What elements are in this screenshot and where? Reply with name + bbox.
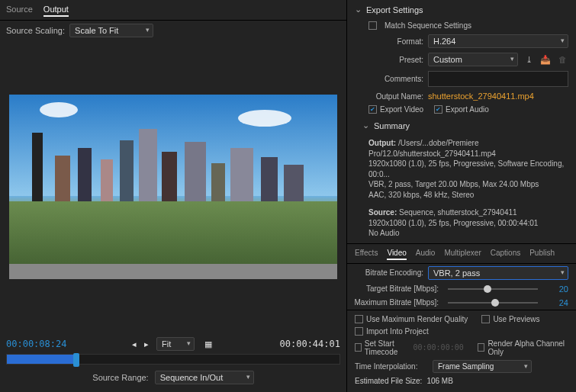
comments-label: Comments:	[347, 75, 423, 83]
bitrate-encoding-label: Bitrate Encoding:	[347, 268, 423, 277]
subtab-publish[interactable]: Publish	[529, 247, 555, 260]
start-timecode-value: 00:00:00:00	[413, 343, 463, 352]
source-range-label: Source Range:	[92, 373, 148, 382]
render-alpha-label: Render Alpha Channel Only	[488, 339, 568, 356]
time-interpolation-label: Time Interpolation:	[355, 362, 428, 371]
subtab-audio[interactable]: Audio	[416, 247, 436, 260]
preview-panel: Source Output Source Scaling: Scale To F…	[0, 0, 347, 392]
render-alpha-checkbox[interactable]	[478, 343, 485, 352]
import-into-project-label: Import Into Project	[366, 327, 429, 336]
format-dropdown[interactable]: H.264	[428, 34, 568, 48]
use-previews-label: Use Previews	[493, 315, 539, 323]
tab-source[interactable]: Source	[6, 3, 33, 17]
summary-source-block: Source: Sequence, shutterstock_27940411 …	[368, 207, 568, 239]
export-audio-checkbox[interactable]	[434, 105, 442, 114]
max-render-quality-checkbox[interactable]	[355, 315, 363, 323]
estimated-size-value: 106 MB	[426, 377, 452, 385]
zoom-fit-dropdown[interactable]: Fit	[156, 337, 195, 351]
source-scaling-dropdown[interactable]: Scale To Fit	[69, 24, 153, 37]
current-timecode[interactable]: 00:00:08:24	[6, 339, 66, 349]
timeline-scrubber[interactable]	[6, 354, 340, 365]
save-preset-icon[interactable]: ⤓	[523, 53, 535, 66]
next-frame-icon[interactable]: ▸	[144, 339, 149, 349]
use-previews-checkbox[interactable]	[481, 315, 490, 323]
export-video-label: Export Video	[380, 105, 423, 114]
export-settings-header: ⌄ Export Settings	[347, 0, 576, 19]
preset-dropdown[interactable]: Custom	[428, 53, 518, 66]
source-scaling-label: Source Scaling:	[6, 26, 65, 35]
summary-output-block: Output: /Users/...dobe/Premiere Pro/12.0…	[368, 138, 568, 200]
bitrate-encoding-dropdown[interactable]: VBR, 2 pass	[428, 266, 568, 280]
codec-subtabs: Effects Video Audio Multiplexer Captions…	[347, 243, 576, 264]
preview-tabs: Source Output	[0, 0, 346, 21]
max-bitrate-value[interactable]: 24	[547, 298, 568, 307]
source-range-dropdown[interactable]: Sequence In/Out	[155, 371, 254, 384]
playhead-handle[interactable]	[73, 353, 79, 367]
format-label: Format:	[347, 37, 423, 46]
export-video-checkbox[interactable]	[368, 105, 377, 114]
prev-frame-icon[interactable]: ◂	[132, 339, 137, 349]
max-bitrate-label: Maximum Bitrate [Mbps]:	[347, 298, 439, 307]
output-name-link[interactable]: shutterstock_27940411.mp4	[428, 92, 534, 101]
export-settings-title: Export Settings	[366, 5, 423, 14]
estimated-size-label: Estimated File Size:	[355, 377, 422, 385]
subtab-multiplexer[interactable]: Multiplexer	[444, 247, 481, 260]
aspect-overlay-icon[interactable]: ▦	[202, 338, 214, 350]
comments-input[interactable]	[428, 71, 568, 87]
match-sequence-checkbox[interactable]	[368, 21, 377, 30]
subtab-effects[interactable]: Effects	[355, 247, 378, 260]
target-bitrate-label: Target Bitrate [Mbps]:	[347, 284, 439, 293]
summary-output-text: /Users/...dobe/Premiere Pro/12.0/shutter…	[368, 139, 564, 199]
timeline-controls: 00:00:08:24 ◂ ▸ Fit ▦ 00:00:44:01 Source…	[0, 333, 346, 392]
chevron-down-icon[interactable]: ⌄	[355, 5, 362, 14]
import-into-project-checkbox[interactable]	[355, 327, 363, 336]
max-render-quality-label: Use Maximum Render Quality	[366, 315, 468, 323]
target-bitrate-value[interactable]: 20	[547, 284, 568, 294]
summary-title: Summary	[374, 121, 410, 130]
export-footer: Use Maximum Render Quality Use Previews …	[347, 310, 576, 393]
target-bitrate-slider[interactable]	[448, 288, 538, 290]
max-bitrate-slider[interactable]	[448, 302, 538, 304]
video-preview-frame	[9, 95, 337, 279]
import-preset-icon[interactable]: 📥	[539, 53, 552, 66]
export-settings-panel: ⌄ Export Settings Match Sequence Setting…	[347, 0, 576, 392]
subtab-captions[interactable]: Captions	[491, 247, 520, 260]
video-preview-area	[0, 40, 346, 333]
time-interpolation-dropdown[interactable]: Frame Sampling	[433, 360, 532, 373]
total-timecode: 00:00:44:01	[280, 339, 340, 349]
preset-label: Preset:	[347, 56, 423, 64]
tab-output[interactable]: Output	[43, 3, 69, 17]
subtab-video[interactable]: Video	[387, 247, 406, 260]
chevron-down-icon[interactable]: ⌄	[362, 120, 369, 130]
delete-preset-icon[interactable]: 🗑	[556, 53, 568, 66]
set-start-timecode-label: Set Start Timecode	[365, 339, 413, 356]
set-start-timecode-checkbox[interactable]	[355, 343, 362, 352]
export-audio-label: Export Audio	[446, 105, 489, 114]
transport-controls: ◂ ▸ Fit ▦	[132, 337, 214, 351]
source-scaling-row: Source Scaling: Scale To Fit	[0, 21, 346, 40]
match-sequence-label: Match Sequence Settings	[385, 21, 471, 30]
output-name-label: Output Name:	[347, 92, 423, 101]
